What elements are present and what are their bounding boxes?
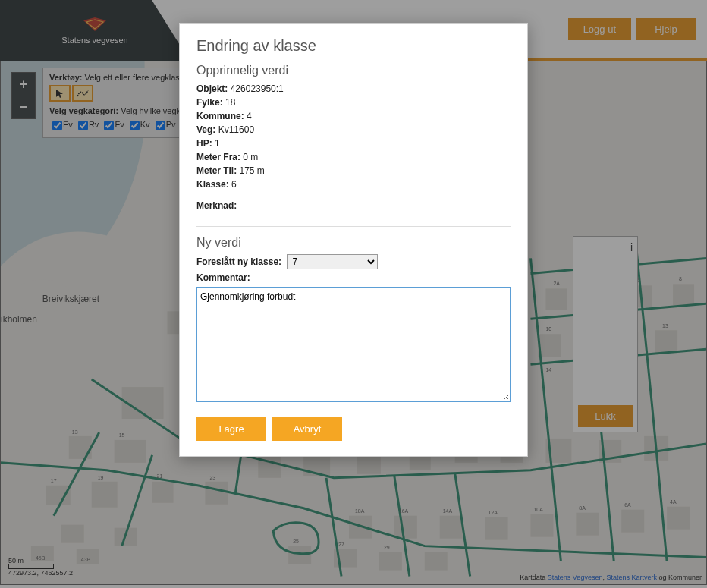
kommentar-textarea[interactable] [196, 288, 511, 401]
save-button[interactable]: Lagre [196, 417, 266, 441]
edit-class-modal: Endring av klasse Opprinnelig verdi Obje… [179, 23, 528, 457]
ny-klasse-select[interactable]: 7 [287, 254, 378, 269]
kommentar-label: Kommentar: [196, 272, 250, 283]
cancel-button[interactable]: Avbryt [272, 417, 342, 441]
ny-klasse-label: Foreslått ny klasse: [196, 256, 281, 267]
kommentar-row: Kommentar: [196, 272, 511, 283]
modal-title: Endring av klasse [196, 37, 511, 55]
orig-heading: Opprinnelig verdi [196, 64, 511, 77]
orig-values: Objekt: 426023950:1 Fylke: 18 Kommune: 4… [196, 82, 511, 212]
modal-overlay: Endring av klasse Opprinnelig verdi Obje… [0, 0, 707, 588]
divider [196, 226, 511, 227]
modal-buttons: Lagre Avbryt [196, 417, 511, 441]
ny-heading: Ny verdi [196, 236, 511, 250]
ny-klasse-row: Foreslått ny klasse: 7 [196, 254, 511, 269]
